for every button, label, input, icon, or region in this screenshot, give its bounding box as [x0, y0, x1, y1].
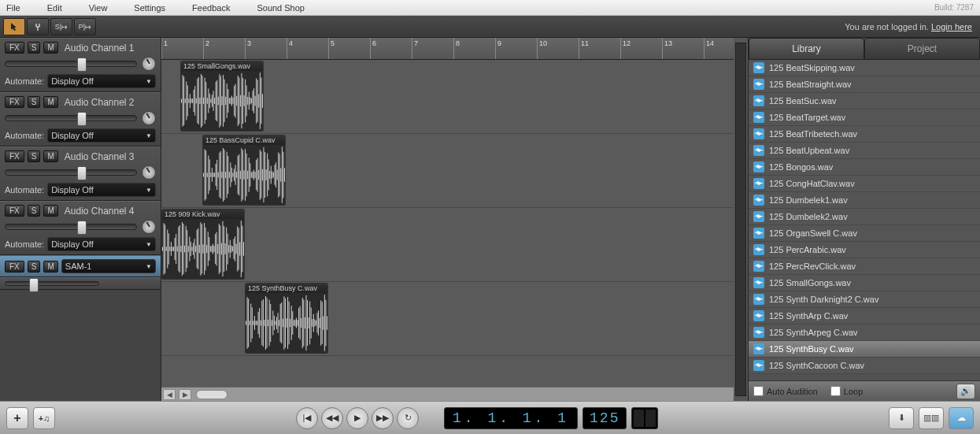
library-item[interactable]: 125 SynthArp C.wav: [749, 308, 980, 325]
tool-pointer[interactable]: [3, 18, 25, 35]
track-lane[interactable]: [161, 208, 734, 282]
menu-feedback[interactable]: Feedback: [192, 3, 230, 13]
mute-button[interactable]: M: [43, 261, 57, 273]
tracks-content[interactable]: 125 SmallGongs.wav125 BassCupid C.wav125…: [161, 60, 734, 387]
library-item[interactable]: 125 Synth Darknight2 C.wav: [749, 291, 980, 308]
scroll-left[interactable]: ◀: [163, 389, 176, 400]
audio-clip[interactable]: 125 909 Kick.wav: [161, 209, 245, 280]
solo-button[interactable]: S: [28, 150, 41, 162]
volume-slider[interactable]: [5, 169, 137, 176]
library-item[interactable]: 125 PercArabic.wav: [749, 242, 980, 258]
solo-button[interactable]: S: [28, 205, 41, 217]
library-item[interactable]: 125 PercRevClick.wav: [749, 258, 980, 275]
go-start-button[interactable]: |◀: [296, 407, 318, 429]
auto-audition-checkbox[interactable]: [753, 386, 764, 396]
tab-project[interactable]: Project: [864, 38, 980, 60]
play-button[interactable]: ▶: [346, 407, 368, 429]
svg-rect-264: [318, 310, 319, 336]
tool-tuning-fork[interactable]: [27, 18, 49, 35]
library-item[interactable]: 125 SynthBusy C.wav: [749, 341, 980, 358]
add-track-button[interactable]: +: [6, 407, 28, 429]
track-strip[interactable]: FXSMAudio Channel 3Automate:Display Off▼: [0, 147, 161, 201]
automate-select[interactable]: Display Off▼: [47, 74, 156, 88]
solo-button[interactable]: S: [28, 96, 41, 108]
auto-audition-toggle[interactable]: Auto Audition: [753, 386, 818, 396]
forward-button[interactable]: ▶▶: [372, 407, 394, 429]
library-list[interactable]: 125 BeatSkipping.wav125 BeatStraight.wav…: [749, 60, 980, 380]
fx-button[interactable]: FX: [5, 205, 24, 217]
track-strip-mini[interactable]: [0, 277, 161, 290]
add-instrument-button[interactable]: +♫: [33, 407, 55, 429]
fx-button[interactable]: FX: [5, 261, 24, 273]
pan-knob[interactable]: [142, 111, 156, 125]
instrument-select[interactable]: SAM-1▼: [61, 259, 156, 273]
keyboard-button[interactable]: ▥▥: [919, 407, 944, 429]
track-strip[interactable]: FXSMAudio Channel 4Automate:Display Off▼: [0, 201, 161, 255]
solo-button[interactable]: S: [28, 42, 41, 54]
mute-button[interactable]: M: [43, 42, 57, 54]
scroll-thumb[interactable]: [196, 390, 227, 399]
track-lane[interactable]: [161, 356, 734, 387]
preview-audio-button[interactable]: 🔊: [956, 384, 975, 399]
tool-slice[interactable]: S|↦: [50, 18, 72, 35]
menu-soundshop[interactable]: Sound Shop: [257, 3, 305, 13]
solo-button[interactable]: S: [28, 261, 41, 273]
fx-button[interactable]: FX: [5, 42, 24, 54]
volume-slider[interactable]: [5, 224, 137, 230]
automate-select[interactable]: Display Off▼: [47, 128, 156, 143]
menu-file[interactable]: File: [6, 3, 20, 13]
download-button[interactable]: ⬇: [889, 407, 914, 429]
timeline-vscroll[interactable]: [734, 38, 748, 401]
hscrollbar[interactable]: ◀ ▶: [161, 387, 734, 401]
pan-knob[interactable]: [142, 57, 156, 71]
menu-edit[interactable]: Edit: [47, 3, 62, 13]
audio-clip[interactable]: 125 SmallGongs.wav: [180, 61, 264, 132]
loop-checkbox[interactable]: [830, 386, 841, 396]
library-item[interactable]: 125 Dumbelek1.wav: [749, 192, 980, 209]
library-item[interactable]: 125 Dumbelek2.wav: [749, 209, 980, 225]
library-item[interactable]: 125 BeatTarget.wav: [749, 109, 980, 126]
library-item[interactable]: 125 BeatStraight.wav: [749, 76, 980, 93]
library-item[interactable]: 125 BeatSkipping.wav: [749, 60, 980, 76]
rewind-button[interactable]: ◀◀: [321, 407, 343, 429]
mute-button[interactable]: M: [43, 150, 57, 162]
svg-rect-14: [197, 79, 198, 124]
menu-settings[interactable]: Settings: [134, 3, 165, 13]
volume-slider[interactable]: [5, 281, 99, 286]
track-strip[interactable]: FXSMAudio Channel 2Automate:Display Off▼: [0, 92, 161, 147]
mute-button[interactable]: M: [43, 205, 57, 217]
automate-select[interactable]: Display Off▼: [47, 237, 156, 251]
audio-clip[interactable]: 125 BassCupid C.wav: [202, 135, 286, 206]
cloud-button[interactable]: ☁: [949, 407, 974, 429]
ruler[interactable]: 1234567891011121314: [161, 38, 734, 60]
library-item[interactable]: 125 OrganSwell C.wav: [749, 225, 980, 242]
audio-clip[interactable]: 125 SynthBusy C.wav: [245, 283, 328, 354]
fx-button[interactable]: FX: [5, 96, 24, 108]
fx-button[interactable]: FX: [5, 150, 24, 162]
loop-button[interactable]: ↻: [397, 407, 419, 429]
position-display[interactable]: 1. 1. 1. 1: [444, 407, 578, 429]
menu-view[interactable]: View: [89, 3, 108, 13]
track-strip[interactable]: FXSMAudio Channel 1Automate:Display Off▼: [0, 38, 161, 92]
login-link[interactable]: Login here: [931, 22, 972, 32]
library-item[interactable]: 125 BeatUpbeat.wav: [749, 143, 980, 159]
library-item[interactable]: 125 Bongos.wav: [749, 159, 980, 176]
bpm-display[interactable]: 125: [582, 407, 627, 429]
library-item[interactable]: 125 SynthArpeg C.wav: [749, 325, 980, 341]
pan-knob[interactable]: [142, 220, 156, 234]
pan-knob[interactable]: [142, 165, 156, 180]
library-item[interactable]: 125 CongHatClav.wav: [749, 176, 980, 192]
volume-slider[interactable]: [5, 61, 137, 67]
library-item[interactable]: 125 BeatSuc.wav: [749, 93, 980, 109]
library-item[interactable]: 125 BeatTribetech.wav: [749, 126, 980, 143]
track-strip-instrument[interactable]: FXSMSAM-1▼: [0, 255, 161, 277]
library-item[interactable]: 125 SynthCacoon C.wav: [749, 358, 980, 374]
library-item[interactable]: 125 SmallGongs.wav: [749, 275, 980, 291]
automate-select[interactable]: Display Off▼: [47, 183, 156, 197]
scroll-right[interactable]: ▶: [179, 389, 191, 400]
mute-button[interactable]: M: [43, 96, 57, 108]
tab-library[interactable]: Library: [749, 38, 864, 60]
loop-toggle[interactable]: Loop: [830, 386, 863, 396]
volume-slider[interactable]: [5, 115, 137, 121]
tool-pencil[interactable]: P|↦: [74, 18, 96, 35]
